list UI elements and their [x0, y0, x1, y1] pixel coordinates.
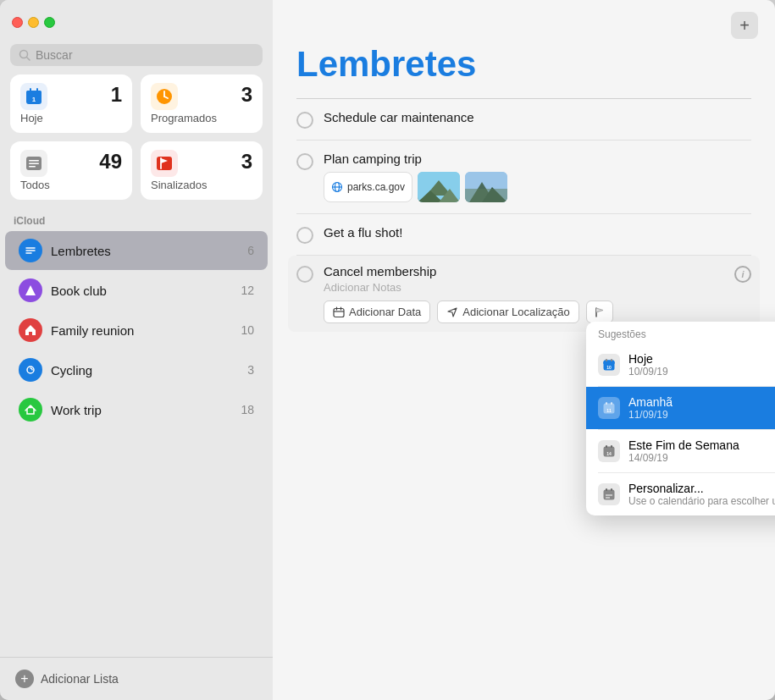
globe-icon [331, 181, 343, 193]
flag-icon [594, 306, 606, 318]
list-count-worktrip: 18 [241, 403, 254, 416]
dropdown-item-today[interactable]: 10 Hoje 10/09/19 [586, 344, 775, 386]
minimize-button[interactable] [28, 17, 39, 28]
reminder-text-flu: Get a flu shot! [324, 225, 402, 240]
svg-rect-41 [604, 362, 615, 364]
programados-label: Programados [151, 112, 252, 124]
dropdown-item-custom[interactable]: Personalizar... Use o calendário para es… [586, 473, 775, 515]
titlebar [0, 0, 273, 44]
dropdown-custom-icon [598, 483, 620, 505]
add-location-button[interactable]: Adicionar Localização [437, 300, 578, 323]
list-name-worktrip: Work trip [51, 403, 232, 417]
reminder-checkbox-flu[interactable] [296, 227, 313, 244]
dropdown-weekend-text: Este Fim de Semana 14/09/19 [628, 438, 775, 464]
add-location-label: Adicionar Localização [462, 306, 569, 318]
dropdown-custom-text: Personalizar... Use o calendário para es… [628, 482, 775, 507]
reminder-content-camping: Plan camping trip parks.ca.gov [324, 152, 751, 202]
close-button[interactable] [12, 17, 23, 28]
smart-card-programados[interactable]: 3 Programados [141, 74, 263, 133]
mountain-image-2-svg [465, 172, 507, 202]
attachments: parks.ca.gov [324, 172, 751, 202]
list-name-lembretes: Lembretes [51, 244, 239, 258]
hoje-label: Hoje [20, 112, 122, 124]
sinalizados-label: Sinalizados [151, 179, 252, 191]
attachment-image-2[interactable] [465, 172, 507, 202]
svg-rect-14 [29, 166, 36, 168]
search-bar[interactable]: Buscar [10, 44, 263, 66]
svg-rect-40 [611, 359, 612, 361]
calendar-icon [333, 306, 345, 318]
hoje-count: 1 [111, 83, 122, 107]
reminder-note-cancel[interactable]: Adicionar Notas [324, 281, 724, 294]
svg-rect-6 [30, 91, 38, 93]
smart-card-sinalizados-top: 3 [151, 150, 252, 177]
dropdown-today-date: 10/09/19 [628, 366, 775, 378]
add-list-icon: + [15, 670, 34, 688]
smart-card-sinalizados[interactable]: 3 Sinalizados [141, 141, 263, 200]
add-reminder-button[interactable]: + [731, 12, 758, 39]
sinalizados-icon [151, 150, 178, 177]
dropdown-weekend-icon: 14 [598, 440, 620, 462]
info-button[interactable]: i [734, 266, 751, 283]
reminder-item-cancel: Cancel membership Adicionar Notas Adicio… [288, 256, 760, 332]
svg-rect-30 [465, 189, 507, 202]
add-list-button[interactable]: + Adicionar Lista [0, 657, 273, 700]
info-icon: i [741, 269, 744, 279]
add-list-label: Adicionar Lista [41, 672, 119, 686]
main-header: + [273, 0, 775, 39]
dropdown-custom-desc: Use o calendário para escolher uma data [628, 495, 775, 507]
dropdown-tomorrow-icon: 11 [598, 397, 620, 419]
cycling-icon [19, 358, 42, 382]
list-items: Lembretes 6 Book club 12 [0, 230, 273, 657]
dropdown-tomorrow-date: 11/09/19 [628, 409, 775, 421]
mountain-image-1-svg [418, 172, 460, 202]
list-item-lembretes[interactable]: Lembretes 6 [5, 231, 268, 270]
bookclub-icon [19, 278, 42, 302]
todos-label: Todos [20, 179, 122, 191]
reminder-item-schedule: Schedule car maintenance [296, 99, 751, 141]
svg-rect-13 [29, 163, 39, 165]
dropdown-tomorrow-text: Amanhã 11/09/19 [628, 395, 775, 421]
reminder-checkbox-cancel[interactable] [296, 266, 313, 283]
dropdown-today-title: Hoje [628, 352, 775, 366]
svg-marker-19 [25, 285, 36, 295]
list-item-cycling[interactable]: Cycling 3 [5, 350, 268, 389]
svg-line-1 [27, 58, 30, 61]
location-icon [446, 306, 458, 318]
list-item-bookclub[interactable]: Book club 12 [5, 271, 268, 310]
list-count-familyreunion: 10 [241, 323, 254, 337]
dropdown-item-tomorrow[interactable]: 11 Amanhã 11/09/19 [586, 387, 775, 429]
svg-text:11: 11 [606, 408, 612, 413]
smart-card-todos[interactable]: 49 Todos [10, 141, 132, 200]
list-item-familyreunion[interactable]: Family reunion 10 [5, 311, 268, 350]
smart-card-hoje[interactable]: 1 1 Hoje [10, 74, 132, 133]
app-window: Buscar 1 1 [0, 0, 775, 700]
list-count-cycling: 3 [247, 363, 254, 377]
list-count-bookclub: 12 [241, 284, 254, 297]
icloud-section-label: iCloud [0, 212, 273, 230]
attachment-link-parks[interactable]: parks.ca.gov [324, 172, 412, 202]
list-name-familyreunion: Family reunion [51, 323, 232, 338]
add-date-button[interactable]: Adicionar Data [324, 300, 430, 323]
dropdown-header: Sugestões [586, 322, 775, 344]
add-button-label: + [739, 16, 750, 36]
reminder-item-flu: Get a flu shot! [296, 214, 751, 256]
svg-rect-48 [606, 445, 607, 448]
reminder-checkbox-schedule[interactable] [296, 112, 313, 129]
attachment-image-1[interactable] [418, 172, 460, 202]
reminder-checkbox-camping[interactable] [296, 153, 313, 170]
list-item-worktrip[interactable]: Work trip 18 [5, 390, 268, 429]
list-name-cycling: Cycling [51, 363, 239, 378]
reminder-item-camping: Plan camping trip parks.ca.gov [296, 141, 751, 214]
svg-rect-39 [606, 359, 607, 361]
reminder-content-cancel: Cancel membership Adicionar Notas Adicio… [324, 264, 724, 323]
flag-button[interactable] [586, 300, 613, 323]
date-suggestions-dropdown: Sugestões 10 Hoje 10/09/19 [586, 322, 775, 515]
dropdown-item-weekend[interactable]: 14 Este Fim de Semana 14/09/19 [586, 430, 775, 472]
worktrip-icon [19, 398, 42, 422]
smart-card-hoje-top: 1 1 [20, 83, 122, 110]
svg-rect-15 [157, 157, 172, 170]
reminder-text-camping: Plan camping trip [324, 152, 422, 166]
traffic-lights [12, 17, 55, 28]
fullscreen-button[interactable] [44, 17, 55, 28]
